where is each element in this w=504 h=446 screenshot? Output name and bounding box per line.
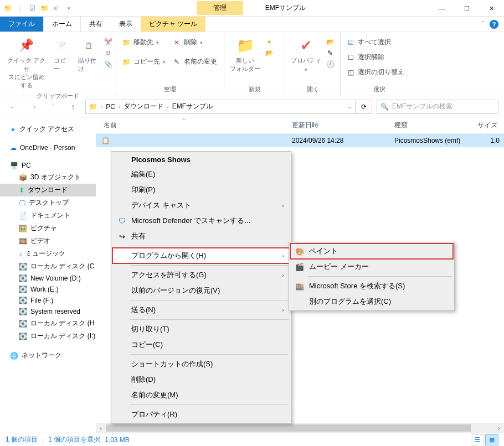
new-folder-button[interactable]: 📁新しい フォルダー <box>228 35 263 74</box>
ctx-send-to[interactable]: 送る(N)› <box>112 302 290 318</box>
ctx-open-with[interactable]: プログラムから開く(H)› <box>112 248 290 263</box>
ctx-create-shortcut[interactable]: ショートカットの作成(S) <box>112 356 290 372</box>
check-icon[interactable]: ☑ <box>28 4 37 13</box>
tab-file[interactable]: ファイル <box>0 17 43 32</box>
invert-selection-button[interactable]: ◫選択の切り替え <box>344 66 407 78</box>
ribbon: 📌クイック アクセ スにピン留めする 📄コピー 📋貼り付け ✂️ ⧉ 📎 クリッ… <box>0 32 504 96</box>
group-select-label: 選択 <box>344 84 415 95</box>
address-dropdown-icon[interactable]: ⌄ <box>347 103 352 110</box>
scroll-left-icon[interactable]: ‹ <box>96 423 106 433</box>
nav-videos[interactable]: 🎞️ビデオ <box>0 235 96 247</box>
chevron-right-icon[interactable]: › <box>167 103 168 110</box>
history-icon[interactable]: 🕘 <box>326 60 335 69</box>
tab-home[interactable]: ホーム <box>43 17 81 32</box>
sub-paint[interactable]: 🎨ペイント <box>290 243 453 259</box>
copy-path-icon[interactable]: ⧉ <box>104 49 112 58</box>
sub-choose-app[interactable]: 別のプログラムを選択(C) <box>290 294 453 309</box>
back-button[interactable]: ← <box>6 99 21 115</box>
ctx-restore[interactable]: 以前のバージョンの復元(V) <box>112 283 290 298</box>
close-button[interactable]: ✕ <box>479 0 504 17</box>
thumbnails-view-button[interactable]: ▦ <box>485 434 498 445</box>
search-box[interactable]: 🔍 EMFサンプルの検索 <box>377 100 498 114</box>
nav-disk-c[interactable]: 💽ローカル ディスク (C <box>0 260 96 273</box>
crumb-downloads[interactable]: ダウンロード <box>124 102 163 111</box>
horizontal-scrollbar[interactable]: ‹ › <box>96 423 504 433</box>
forward-button[interactable]: → <box>25 99 41 115</box>
ctx-properties[interactable]: プロパティ(R) <box>112 407 290 422</box>
nav-pc[interactable]: 🖥️PC <box>0 160 96 171</box>
nav-system-reserved[interactable]: 💽System reserved <box>0 306 96 317</box>
sub-movie-maker[interactable]: 🎬ムービー メーカー <box>290 259 453 274</box>
maximize-button[interactable]: ☐ <box>454 0 479 17</box>
sub-search-store[interactable]: 🏬Microsoft Store を検索する(S) <box>290 278 453 294</box>
paste-button[interactable]: 📋貼り付け <box>76 35 101 74</box>
ctx-cut[interactable]: 切り取り(T) <box>112 321 290 337</box>
details-view-button[interactable]: ☰ <box>471 434 484 445</box>
open-icon[interactable]: 📂 <box>326 38 335 46</box>
nav-pictures[interactable]: 🖼️ピクチャ <box>0 222 96 235</box>
nav-desktop[interactable]: 🖵デスクトップ <box>0 196 96 209</box>
move-to-button[interactable]: 📁移動先▾ <box>120 37 168 48</box>
manage-context-tab[interactable]: 管理 <box>197 1 243 15</box>
chevron-right-icon[interactable]: › <box>101 103 102 110</box>
nav-new-volume[interactable]: 💽New Volume (D:) <box>0 273 96 284</box>
crumb-pc[interactable]: PC <box>106 103 115 111</box>
nav-music[interactable]: ♪ミュージック <box>0 247 96 260</box>
qat-dropdown-icon[interactable]: ▾ <box>64 4 73 13</box>
tab-share[interactable]: 共有 <box>81 17 111 32</box>
nav-file-f[interactable]: 💽File (F:) <box>0 295 96 306</box>
ctx-edit[interactable]: 編集(E) <box>112 167 290 182</box>
minimize-button[interactable]: ― <box>429 0 454 17</box>
cut-icon[interactable]: ✂️ <box>104 38 112 46</box>
refresh-button[interactable]: ⟳ <box>356 100 372 114</box>
select-none-button[interactable]: ☐選択解除 <box>344 51 407 63</box>
copy-to-button[interactable]: 📁コピー先▾ <box>120 56 168 68</box>
nav-3d-objects[interactable]: 📦3D オブジェクト <box>0 171 96 184</box>
rename-button[interactable]: ✎名前の変更 <box>170 56 219 68</box>
tab-view[interactable]: 表示 <box>111 17 141 32</box>
ctx-share[interactable]: ↪共有 <box>112 229 290 244</box>
ctx-copy[interactable]: コピー(C) <box>112 337 290 352</box>
folder-small-icon[interactable]: 📁 <box>40 4 49 13</box>
nav-downloads[interactable]: ⬇ダウンロード <box>0 184 96 196</box>
up-button[interactable]: ↑ <box>65 99 81 115</box>
pin-quickaccess-button[interactable]: 📌クイック アクセ スにピン留めする <box>3 35 49 91</box>
scroll-thumb[interactable] <box>106 424 471 432</box>
delete-button[interactable]: ✕削除▾ <box>170 37 219 48</box>
ctx-rename[interactable]: 名前の変更(M) <box>112 387 290 403</box>
nav-disk-h[interactable]: 💽ローカル ディスク (H <box>0 317 96 330</box>
properties-button[interactable]: ✔プロパティ▾ <box>289 35 323 74</box>
nav-quick-access[interactable]: ★クイック アクセス <box>0 123 96 136</box>
scroll-right-icon[interactable]: › <box>494 423 504 433</box>
new-item-icon[interactable]: ✦ <box>265 38 274 46</box>
tab-picture-tools[interactable]: ピクチャ ツール <box>141 17 205 32</box>
nav-onedrive[interactable]: ☁OneDrive - Person <box>0 142 96 153</box>
nav-network[interactable]: 🌐ネットワーク <box>0 349 96 362</box>
ctx-give-access[interactable]: アクセスを許可する(G)› <box>112 267 290 283</box>
nav-work-e[interactable]: 💽Work (E:) <box>0 284 96 295</box>
column-size[interactable]: サイズ <box>470 121 504 130</box>
ctx-open-default[interactable]: Picosmos Shows <box>112 153 290 167</box>
eq-icon[interactable]: ꠵ <box>52 4 61 13</box>
easy-access-icon[interactable]: 📂 <box>265 49 274 58</box>
ctx-device-cast[interactable]: デバイス キャスト› <box>112 198 290 213</box>
nav-disk-i[interactable]: 💽ローカル ディスク (I:) <box>0 330 96 343</box>
copy-button[interactable]: 📄コピー <box>52 35 74 74</box>
column-name[interactable]: 名前⌃ <box>96 121 284 130</box>
ctx-print[interactable]: 印刷(P) <box>112 182 290 198</box>
column-date[interactable]: 更新日時 <box>284 121 387 130</box>
file-row[interactable]: 📋 2024/09/26 14:28 PicosmosShows (emf) 1… <box>96 134 504 147</box>
column-type[interactable]: 種類 <box>387 121 470 130</box>
address-box[interactable]: 📁 › PC › ダウンロード › EMFサンプル ⌄ <box>85 100 356 114</box>
chevron-right-icon[interactable]: › <box>119 103 120 110</box>
select-all-button[interactable]: ☑すべて選択 <box>344 37 407 48</box>
recent-dropdown[interactable]: ˇ <box>45 99 61 115</box>
ctx-defender[interactable]: 🛡Microsoft Defender でスキャンする... <box>112 213 290 229</box>
edit-icon[interactable]: ✎ <box>326 49 335 58</box>
ctx-delete[interactable]: 削除(D) <box>112 372 290 387</box>
ribbon-collapse-icon[interactable]: ˆ <box>482 20 484 28</box>
nav-documents[interactable]: 📄ドキュメント <box>0 209 96 222</box>
help-icon[interactable]: ? <box>490 20 498 29</box>
crumb-folder[interactable]: EMFサンプル <box>172 102 213 111</box>
paste-shortcut-icon[interactable]: 📎 <box>104 60 112 69</box>
